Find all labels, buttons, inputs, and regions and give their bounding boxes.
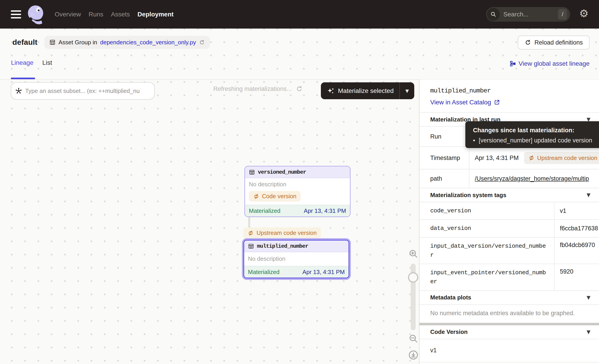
refresh-icon[interactable] <box>296 85 303 93</box>
code-version-tag[interactable]: Code version <box>249 191 301 202</box>
external-link-icon <box>494 99 500 105</box>
section-materialization-system-tags[interactable]: Materialization system tags ▼ <box>419 188 599 202</box>
tooltip-bullet-text: [versioned_number] updated code version <box>479 137 592 144</box>
section-label: Metadata plots <box>430 294 471 301</box>
node-footer: Materialized Apr 13, 4:31 PM <box>244 266 349 277</box>
view-global-asset-lineage-link[interactable]: View global asset lineage <box>510 60 590 67</box>
sparkle-icon <box>327 87 335 95</box>
asset-node-multiplied-number[interactable]: multiplied_number No description Materia… <box>244 240 349 278</box>
reload-definitions-label: Reload definitions <box>534 39 583 46</box>
metadata-plots-empty-message: No numeric metadata entries available to… <box>419 305 599 323</box>
materialized-status: Materialized <box>248 269 280 276</box>
bullet-icon: • <box>473 137 475 144</box>
asset-group-file-link[interactable]: dependencies_code_version_only.py <box>100 39 196 46</box>
nav-item-deployment[interactable]: Deployment <box>138 11 174 18</box>
badge-label: Upstream code version <box>537 155 597 162</box>
materialized-status: Materialized <box>249 208 280 214</box>
nav-item-assets[interactable]: Assets <box>111 11 130 18</box>
lineage-graph-icon <box>510 61 516 67</box>
upstream-code-version-edge-label[interactable]: Upstream code version <box>243 227 321 238</box>
tab-list[interactable]: List <box>42 59 52 66</box>
hamburger-menu-icon[interactable] <box>11 10 21 19</box>
tag-value: v1 <box>554 202 599 219</box>
search-input[interactable] <box>503 11 558 18</box>
materialize-dropdown[interactable]: ▼ <box>400 82 414 99</box>
reload-definitions-button[interactable]: Reload definitions <box>518 35 590 50</box>
nav-item-overview[interactable]: Overview <box>55 11 81 18</box>
section-metadata-plots[interactable]: Metadata plots ▼ <box>419 291 599 305</box>
download-image-icon[interactable] <box>408 349 419 361</box>
nav-items: Overview Runs Assets Deployment <box>55 11 174 18</box>
node-description: No description <box>248 255 345 262</box>
path-link[interactable]: /Users/sryza/dagster_home/storage/multip <box>475 175 589 182</box>
materialize-selected-button[interactable]: Materialize selected ▼ <box>321 82 414 99</box>
chevron-down-icon: ▼ <box>587 295 590 300</box>
table-row-input-event-pointer: input_event_pointer/versioned_number 592… <box>419 264 599 291</box>
asset-group-badge: Asset Group in dependencies_code_version… <box>44 36 210 49</box>
materialize-label: Materialize selected <box>338 87 394 95</box>
node-header: versioned_number <box>245 166 350 178</box>
search-box[interactable]: / <box>486 7 570 22</box>
row-value: Apr 13, 4:31 PM Upstream code version <box>469 147 599 169</box>
dagster-logo-icon[interactable] <box>26 4 44 25</box>
asset-subset-filter[interactable] <box>11 82 155 100</box>
dagster-app: Overview Runs Assets Deployment / ⚙ defa… <box>0 0 599 364</box>
table-icon <box>249 169 255 175</box>
code-version-tag-label: Code version <box>262 193 296 200</box>
gear-icon[interactable]: ⚙ <box>579 8 589 19</box>
tag-value: fb04dcb6970 <box>554 238 599 264</box>
code-version-value: v1 <box>419 339 599 363</box>
materialized-timestamp[interactable]: Apr 13, 4:31 PM <box>304 208 346 214</box>
search-shortcut-key: / <box>558 9 567 20</box>
asset-node-versioned-number[interactable]: versioned_number No description Code ver… <box>244 166 351 217</box>
zoom-in-icon[interactable] <box>408 249 419 259</box>
node-title: multiplied_number <box>257 243 308 249</box>
tag-key: code_version <box>419 202 554 219</box>
timestamp-value[interactable]: Apr 13, 4:31 PM <box>475 155 519 162</box>
reload-icon[interactable] <box>199 39 205 45</box>
table-row-data-version: data_version f6ccba177638 <box>419 220 599 237</box>
section-label: Materialization system tags <box>430 192 506 199</box>
refreshing-label: Refreshing materializations... <box>213 86 292 93</box>
code-version-cycle-icon <box>528 155 535 161</box>
tag-value: f6ccba177638 <box>554 220 599 237</box>
tab-lineage[interactable]: Lineage <box>11 59 34 66</box>
search-icon <box>487 8 500 21</box>
row-label: path <box>419 169 469 188</box>
asset-group-label: Asset Group in <box>59 39 97 46</box>
changes-tooltip: Changes since last materialization: • [v… <box>465 121 599 148</box>
tag-key: input_data_version/versioned_number <box>419 238 554 264</box>
graph-asterisk-icon <box>15 87 23 95</box>
node-header: multiplied_number <box>244 241 349 252</box>
view-in-asset-catalog-label: View in Asset Catalog <box>430 99 491 106</box>
table-icon <box>248 243 254 249</box>
top-nav: Overview Runs Assets Deployment / ⚙ <box>0 0 599 29</box>
tooltip-title: Changes since last materialization: <box>473 127 596 134</box>
active-tab-underline <box>11 78 35 79</box>
refreshing-status: Refreshing materializations... <box>213 85 303 93</box>
tag-key: input_event_pointer/versioned_number <box>419 264 554 290</box>
section-separator-bar <box>419 323 599 325</box>
row-label: Timestamp <box>419 147 469 169</box>
table-row-code-version: code_version v1 <box>419 202 599 220</box>
section-label: Code Version <box>430 329 467 335</box>
chevron-down-icon: ▼ <box>587 193 590 198</box>
panel-asset-title: multiplied_number <box>430 87 588 94</box>
table-row-timestamp: Timestamp Apr 13, 4:31 PM Upstream code … <box>419 147 599 169</box>
nav-item-runs[interactable]: Runs <box>89 11 103 18</box>
section-code-version[interactable]: Code Version ▼ <box>419 325 599 339</box>
zoom-out-icon[interactable] <box>408 333 419 344</box>
workspace: default Asset Group in dependencies_code… <box>0 29 599 364</box>
table-icon <box>49 39 56 45</box>
upstream-code-version-badge[interactable]: Upstream code version <box>524 152 599 164</box>
code-version-cycle-icon <box>247 230 254 236</box>
materialized-timestamp[interactable]: Apr 13, 4:31 PM <box>302 269 345 276</box>
zoom-slider-handle[interactable] <box>408 272 418 283</box>
table-row-path: path /Users/sryza/dagster_home/storage/m… <box>419 169 599 188</box>
section-config[interactable]: Config <box>419 363 599 364</box>
refresh-icon <box>525 39 531 46</box>
materialize-main[interactable]: Materialize selected <box>321 82 399 99</box>
edge-label-text: Upstream code version <box>256 229 317 236</box>
view-in-asset-catalog-link[interactable]: View in Asset Catalog <box>430 99 500 106</box>
asset-subset-input[interactable] <box>25 87 151 95</box>
